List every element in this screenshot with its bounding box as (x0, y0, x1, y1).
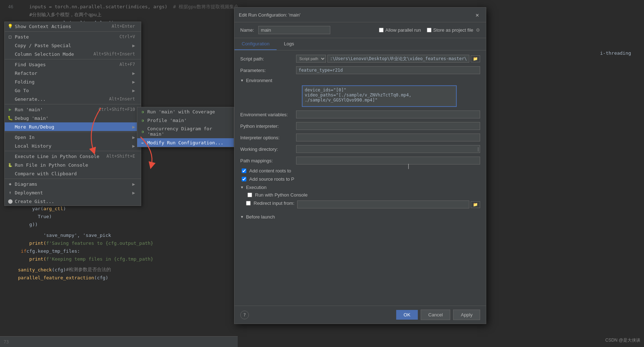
menu-show-context-actions[interactable]: 💡 Show Context Actions Alt+Enter (5, 22, 141, 31)
dialog-title: Edit Run Configuration: 'main' (239, 12, 473, 18)
env-display-row: device_ids="[0]" video_paths="[./sample/… (246, 85, 480, 107)
submenu-run-coverage[interactable]: ◑ Run 'main' with Coverage (137, 107, 234, 116)
concurrency-icon: ◑ (139, 129, 146, 134)
arrow-icon-4: ▶ (132, 88, 135, 93)
menu-generate[interactable]: Generate... Alt+Insert (5, 95, 141, 103)
parameters-input[interactable] (296, 66, 480, 74)
python-interpreter-row: Python interpreter: (240, 122, 480, 130)
allow-parallel-checkbox[interactable]: Allow parallel run (379, 27, 421, 33)
menu-column-selection[interactable]: Column Selection Mode Alt+Shift+Insert (5, 50, 141, 58)
submenu-more-run-debug: ◑ Run 'main' with Coverage ◑ Profile 'ma… (137, 107, 234, 147)
script-path-row: Script path: Script path 📁 (240, 55, 480, 63)
cancel-button[interactable]: Cancel (421, 310, 450, 320)
menu-local-history[interactable]: Local History ▶ (5, 141, 141, 150)
edit-icon: ✏ (139, 140, 146, 145)
parameters-row: Parameters: (240, 66, 480, 74)
redirect-input-field[interactable] (297, 200, 469, 208)
arrow-icon: ▶ (132, 43, 135, 48)
menu-find-usages[interactable]: Find Usages Alt+F7 (5, 60, 141, 69)
run-python-console-checkbox[interactable] (247, 193, 252, 197)
script-path-value: Script path 📁 (296, 55, 480, 63)
dialog-footer: ? OK Cancel Apply (234, 306, 486, 324)
submenu-concurrency[interactable]: ◑ Concurrency Diagram for 'main' (137, 125, 234, 138)
paste-icon: □ (7, 34, 13, 39)
env-variables-input[interactable] (296, 111, 480, 118)
redirect-input-row: Redirect input from: 📁 (246, 200, 480, 208)
env-variables-label: Environment variables: (240, 111, 296, 117)
cursor-indicator: | (478, 147, 479, 152)
dialog-close-button[interactable]: ✕ (473, 10, 482, 19)
arrow-icon-2: ▶ (132, 71, 135, 76)
menu-diagrams[interactable]: ◈ Diagrams ▶ (5, 180, 141, 188)
tab-configuration[interactable]: Configuration (234, 38, 277, 50)
run-python-console-row: Run with Python Console (246, 192, 480, 198)
add-content-roots-row: Add content roots to (240, 168, 480, 174)
environment-section-header[interactable]: ▼ Environment (240, 78, 480, 83)
run-python-console-label: Run with Python Console (255, 192, 308, 198)
working-directory-input[interactable] (296, 145, 480, 153)
python-icon: 🐍 (7, 163, 13, 167)
path-mappings-input[interactable] (296, 157, 480, 165)
menu-go-to[interactable]: Go To ▶ (5, 86, 141, 95)
code-editor-right-panel: i-threading (597, 0, 644, 347)
add-source-roots-checkbox[interactable] (242, 177, 246, 181)
arrow-icon-5: ▶ (132, 124, 135, 130)
browse-script-button[interactable]: 📁 (471, 55, 480, 62)
profile-icon: ◑ (139, 118, 146, 123)
gear-icon: ⚙ (476, 27, 480, 33)
menu-separator-6 (5, 179, 141, 179)
menu-copy-paste-special[interactable]: Copy / Paste Special ▶ (5, 41, 141, 50)
menu-deployment[interactable]: ↑ Deployment ▶ (5, 188, 141, 197)
python-interpreter-input[interactable] (296, 122, 480, 130)
line-number: 73 (4, 339, 9, 344)
diagram-icon: ◈ (7, 181, 13, 186)
store-as-project-checkbox[interactable]: Store as project file ⚙ (427, 27, 480, 33)
parameters-value (296, 66, 480, 74)
menu-create-gist[interactable]: ⬤ Create Gist... (5, 197, 141, 206)
before-launch-section-header[interactable]: ▼ Before launch (240, 214, 480, 220)
submenu-modify-run-config[interactable]: ✏ Modify Run Configuration... (137, 138, 234, 147)
arrow-icon-9: ▶ (132, 190, 135, 195)
menu-compare-clipboard[interactable]: Compare with Clipboard (5, 169, 141, 178)
submenu-profile[interactable]: ◑ Profile 'main' (137, 116, 234, 125)
help-button[interactable]: ? (240, 311, 249, 319)
text-cursor: | (407, 163, 410, 169)
context-menu: 💡 Show Context Actions Alt+Enter □ Paste… (4, 22, 141, 206)
menu-open-in[interactable]: Open In ▶ (5, 133, 141, 141)
tab-logs[interactable]: Logs (277, 38, 301, 50)
dialog-title-bar: Edit Run Configuration: 'main' ✕ (234, 8, 486, 22)
script-type-dropdown[interactable]: Script path (296, 55, 326, 63)
menu-refactor[interactable]: Refactor ▶ (5, 69, 141, 77)
add-source-roots-label: Add source roots to P (249, 176, 294, 182)
execution-section-header[interactable]: ▼ Execution (240, 185, 480, 190)
execution-content: Run with Python Console Redirect input f… (246, 192, 480, 208)
ok-button[interactable]: OK (396, 310, 418, 320)
add-source-roots-row: Add source roots to P (240, 176, 480, 182)
add-content-roots-checkbox[interactable] (242, 168, 246, 173)
menu-folding[interactable]: Folding ▶ (5, 77, 141, 86)
menu-run-file-python[interactable]: 🐍 Run File in Python Console (5, 161, 141, 169)
execution-label: Execution (246, 185, 267, 190)
interpreter-options-input[interactable] (296, 134, 480, 141)
redirect-input-checkbox[interactable] (246, 201, 251, 206)
path-mappings-row: Path mappings: (240, 157, 480, 165)
menu-separator-5 (5, 151, 141, 151)
lightbulb-icon: 💡 (7, 24, 13, 29)
menu-execute-line[interactable]: Execute Line in Python Console Alt+Shift… (5, 152, 141, 161)
menu-run-main[interactable]: ▶ Run 'main' Ctrl+Shift+F10 (5, 105, 141, 114)
name-input[interactable] (258, 26, 330, 34)
menu-more-run-debug[interactable]: More Run/Debug ▶ (5, 122, 141, 131)
menu-separator-2 (5, 59, 141, 59)
working-directory-label: Working directory: (240, 145, 296, 152)
menu-paste[interactable]: □ Paste Ctrl+V (5, 32, 141, 41)
interpreter-options-label: Interpreter options: (240, 134, 296, 140)
browse-redirect-button[interactable]: 📁 (471, 201, 480, 208)
script-path-input[interactable] (327, 55, 469, 63)
arrow-icon-8: ▶ (132, 181, 135, 187)
env-textarea[interactable]: device_ids="[0]" video_paths="[./sample/… (302, 85, 457, 107)
name-label: Name: (240, 27, 254, 33)
apply-button[interactable]: Apply (453, 310, 480, 320)
menu-debug-main[interactable]: 🐛 Debug 'main' (5, 114, 141, 122)
redirect-input-label: Redirect input from: (254, 200, 294, 206)
dialog-body: Script path: Script path 📁 Parameters: ▼… (234, 50, 486, 306)
